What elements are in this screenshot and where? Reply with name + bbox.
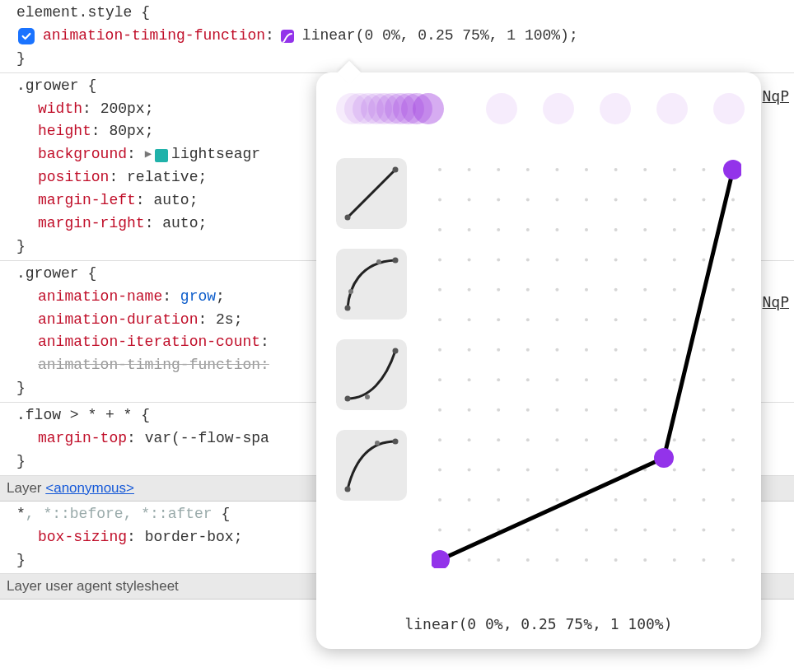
svg-point-161 bbox=[585, 558, 588, 562]
svg-line-0 bbox=[348, 170, 395, 217]
preset-ease[interactable] bbox=[336, 249, 407, 320]
svg-point-92 bbox=[497, 378, 500, 381]
svg-point-95 bbox=[585, 378, 588, 381]
preset-linear[interactable] bbox=[336, 158, 407, 229]
svg-point-158 bbox=[497, 558, 500, 562]
svg-point-11 bbox=[393, 439, 399, 445]
property-checkbox[interactable] bbox=[18, 28, 35, 44]
selector[interactable]: .grower bbox=[16, 265, 79, 282]
svg-point-93 bbox=[526, 378, 530, 381]
selector[interactable]: .grower bbox=[16, 77, 79, 94]
svg-point-113 bbox=[468, 438, 471, 441]
preset-ease-in[interactable] bbox=[336, 339, 407, 410]
svg-point-3 bbox=[345, 306, 351, 311]
property-name[interactable]: animation-duration bbox=[38, 311, 198, 328]
svg-point-6 bbox=[376, 259, 381, 264]
svg-point-136 bbox=[497, 498, 500, 502]
property-value[interactable]: var(--flow-spa bbox=[145, 430, 269, 446]
svg-point-164 bbox=[673, 558, 676, 562]
svg-point-83 bbox=[555, 348, 558, 352]
svg-point-79 bbox=[438, 348, 441, 352]
svg-point-45 bbox=[731, 228, 735, 231]
property-name[interactable]: animation-name bbox=[38, 288, 162, 305]
svg-point-74 bbox=[614, 318, 618, 321]
svg-point-163 bbox=[643, 558, 647, 562]
svg-point-96 bbox=[614, 378, 618, 381]
svg-point-119 bbox=[643, 438, 647, 441]
svg-point-88 bbox=[702, 348, 705, 352]
svg-point-28 bbox=[555, 198, 558, 202]
svg-point-72 bbox=[555, 318, 558, 321]
color-swatch-icon[interactable] bbox=[155, 149, 168, 162]
preview-dot bbox=[713, 93, 745, 124]
property-value[interactable]: lightseagr bbox=[171, 146, 260, 162]
svg-point-16 bbox=[526, 168, 530, 171]
property-name[interactable]: animation-timing-function bbox=[43, 27, 265, 44]
property-name-overridden[interactable]: animation-timing-function bbox=[38, 357, 260, 373]
curve-point[interactable] bbox=[432, 550, 450, 568]
property-name[interactable]: margin-left bbox=[38, 192, 136, 208]
preview-dot bbox=[543, 93, 574, 124]
svg-point-8 bbox=[393, 348, 399, 354]
property-name[interactable]: width bbox=[38, 100, 82, 117]
selector[interactable]: .flow > * + * bbox=[16, 407, 132, 423]
property-value[interactable]: 200px; bbox=[100, 100, 154, 117]
svg-point-63 bbox=[614, 288, 618, 292]
property-name[interactable]: margin-top bbox=[38, 430, 127, 446]
svg-point-100 bbox=[731, 378, 735, 381]
curve-point[interactable] bbox=[654, 448, 674, 468]
property-name[interactable]: position bbox=[38, 169, 109, 185]
property-value[interactable]: relative; bbox=[127, 169, 207, 185]
svg-point-104 bbox=[526, 408, 530, 412]
svg-point-133 bbox=[731, 469, 735, 472]
svg-point-122 bbox=[731, 438, 735, 441]
svg-point-148 bbox=[526, 529, 530, 532]
svg-point-86 bbox=[643, 348, 647, 352]
svg-point-85 bbox=[614, 348, 618, 352]
easing-value-text: linear(0 0%, 0.25 75%, 1 100%) bbox=[316, 615, 761, 632]
svg-point-105 bbox=[555, 408, 558, 412]
property-name[interactable]: animation-iteration-count bbox=[38, 334, 260, 350]
svg-point-48 bbox=[497, 258, 500, 261]
easing-presets bbox=[336, 158, 407, 501]
svg-point-5 bbox=[348, 289, 353, 294]
property-name[interactable]: box-sizing bbox=[38, 529, 127, 545]
svg-point-97 bbox=[643, 378, 647, 381]
easing-swatch-icon[interactable] bbox=[281, 30, 294, 43]
source-link[interactable]: NqP bbox=[762, 293, 789, 310]
svg-point-56 bbox=[731, 258, 735, 261]
svg-point-102 bbox=[468, 408, 471, 412]
svg-point-50 bbox=[555, 258, 558, 261]
preview-dot bbox=[413, 93, 444, 124]
rule-element-style: element.style { animation-timing-functio… bbox=[0, 0, 794, 73]
svg-point-1 bbox=[345, 215, 351, 221]
svg-point-60 bbox=[526, 288, 530, 292]
curve-point[interactable] bbox=[723, 160, 741, 180]
svg-point-140 bbox=[614, 498, 618, 502]
svg-point-125 bbox=[497, 469, 500, 472]
property-value[interactable]: 80px; bbox=[109, 123, 153, 139]
property-value[interactable]: border-box; bbox=[145, 529, 243, 545]
selector[interactable]: *, *::before, *::after bbox=[16, 506, 213, 522]
anonymous-link[interactable]: <anonymous> bbox=[45, 480, 134, 496]
property-name[interactable]: height bbox=[38, 123, 91, 139]
source-link[interactable]: NqP bbox=[762, 87, 789, 105]
svg-point-7 bbox=[345, 396, 351, 402]
property-name[interactable]: background bbox=[38, 146, 127, 162]
property-name[interactable]: margin-right bbox=[38, 215, 145, 231]
expand-icon[interactable]: ▶ bbox=[145, 146, 152, 164]
svg-point-103 bbox=[497, 408, 500, 412]
property-value[interactable]: linear(0 0%, 0.25 75%, 1 100%); bbox=[302, 25, 578, 48]
preset-ease-out[interactable] bbox=[336, 430, 407, 501]
svg-point-123 bbox=[438, 469, 441, 472]
svg-point-59 bbox=[497, 288, 500, 292]
easing-curve-editor[interactable] bbox=[432, 158, 741, 568]
property-value[interactable]: auto; bbox=[162, 215, 207, 231]
svg-point-101 bbox=[438, 408, 441, 412]
property-value[interactable]: 2s; bbox=[216, 311, 242, 328]
svg-point-121 bbox=[702, 438, 705, 441]
property-value[interactable]: auto; bbox=[153, 192, 198, 208]
property-value[interactable]: grow bbox=[180, 288, 216, 305]
svg-point-47 bbox=[468, 258, 471, 261]
svg-point-10 bbox=[345, 487, 351, 492]
